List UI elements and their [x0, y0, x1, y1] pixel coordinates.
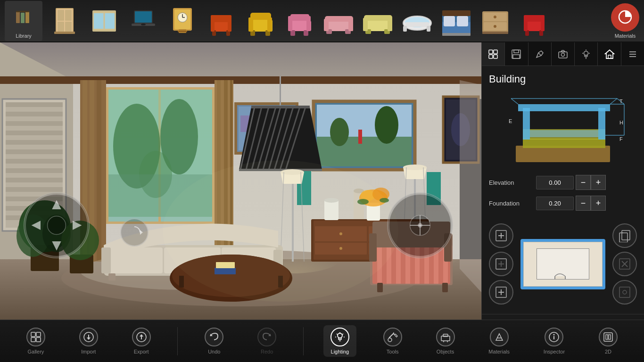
furniture-clock[interactable]: [165, 3, 200, 39]
export-button[interactable]: Export: [125, 325, 158, 357]
svg-rect-264: [530, 130, 598, 137]
tool-list[interactable]: [621, 42, 644, 66]
svg-rect-290: [622, 230, 630, 240]
svg-rect-37: [248, 17, 253, 32]
export-label: Export: [134, 349, 149, 354]
undo-icon: [205, 328, 223, 346]
svg-rect-241: [514, 50, 519, 53]
svg-line-266: [610, 99, 617, 104]
move-btn[interactable]: [489, 252, 513, 276]
svg-rect-291: [619, 233, 627, 242]
svg-rect-258: [516, 146, 610, 162]
svg-marker-253: [605, 50, 614, 58]
svg-point-19: [141, 24, 146, 25]
lighting-button[interactable]: Lighting: [323, 325, 356, 357]
furniture-chair-pink[interactable]: [282, 3, 317, 39]
import-button[interactable]: Import: [72, 325, 105, 357]
lighting-label: Lighting: [331, 349, 349, 354]
add-room-btn[interactable]: [489, 223, 513, 248]
svg-rect-191: [108, 273, 116, 280]
furniture-window[interactable]: [86, 3, 122, 39]
svg-rect-242: [513, 55, 520, 58]
materials-button[interactable]: Materials: [611, 3, 639, 39]
divider-left: [177, 327, 178, 355]
svg-point-133: [375, 106, 398, 144]
furniture-bath[interactable]: [399, 3, 435, 39]
furniture-bed[interactable]: [438, 3, 474, 39]
materials-bottom-button[interactable]: Materials: [481, 325, 517, 357]
svg-line-243: [538, 53, 541, 56]
furniture-chair-orange[interactable]: [204, 3, 239, 39]
svg-rect-238: [489, 55, 493, 58]
right-panel-toolbar: [482, 42, 644, 66]
foundation-label: Foundation: [489, 200, 536, 207]
svg-point-72: [494, 25, 496, 28]
svg-rect-9: [65, 22, 72, 32]
svg-rect-111: [106, 87, 108, 224]
gallery-icon: [26, 328, 45, 346]
pan-control[interactable]: [24, 192, 90, 258]
inspector-button[interactable]: Inspector: [537, 325, 572, 357]
tool-light[interactable]: [575, 42, 598, 66]
tool-objects[interactable]: [482, 42, 505, 66]
furniture-scroll: [47, 3, 602, 39]
objects-button[interactable]: Objects: [429, 325, 462, 357]
svg-rect-239: [494, 55, 497, 58]
redo-button[interactable]: Redo: [250, 325, 283, 357]
svg-rect-236: [489, 50, 493, 54]
foundation-increase[interactable]: +: [591, 196, 606, 211]
redo-icon: [257, 328, 276, 346]
furniture-laptop[interactable]: [125, 3, 161, 39]
tool-paint[interactable]: [528, 42, 552, 66]
svg-rect-299: [36, 332, 41, 337]
rotate-control[interactable]: [120, 218, 149, 247]
elevation-input[interactable]: [536, 176, 574, 189]
delete-btn[interactable]: [612, 252, 637, 276]
undo-button[interactable]: Undo: [198, 325, 231, 357]
furniture-door[interactable]: [47, 3, 83, 39]
elevation-increase[interactable]: +: [591, 175, 606, 190]
action-buttons-row: [482, 223, 644, 312]
furniture-sofa-yellow[interactable]: [360, 3, 396, 39]
2d-button[interactable]: 2D: [592, 325, 625, 357]
furniture-armchair-yellow[interactable]: [243, 3, 278, 39]
main-viewport[interactable]: [0, 42, 481, 320]
foundation-input[interactable]: [536, 197, 574, 210]
orbit-control[interactable]: [387, 192, 453, 258]
svg-rect-78: [524, 15, 528, 31]
elevation-decrease[interactable]: −: [576, 175, 591, 190]
bottom-toolbar: Gallery Import Export Undo Redo Light: [0, 320, 644, 362]
furniture-dresser[interactable]: [478, 3, 513, 39]
svg-rect-79: [541, 15, 545, 31]
svg-rect-131: [358, 130, 362, 144]
svg-line-319: [389, 333, 394, 338]
svg-rect-49: [324, 19, 329, 31]
tool-home[interactable]: [598, 42, 621, 66]
svg-marker-246: [561, 50, 565, 52]
tools-icon: [383, 328, 402, 346]
svg-point-225: [48, 216, 66, 235]
furniture-chair-red[interactable]: [517, 3, 552, 39]
svg-rect-329: [604, 333, 612, 341]
svg-rect-91: [6, 102, 63, 107]
copy-btn[interactable]: [612, 223, 637, 248]
svg-rect-130: [317, 137, 412, 166]
tool-save[interactable]: [505, 42, 528, 66]
objects-icon: [436, 328, 455, 346]
add-floor-btn[interactable]: [489, 280, 513, 304]
svg-text:T: T: [619, 99, 623, 104]
settings-btn[interactable]: [612, 280, 637, 304]
svg-rect-287: [555, 276, 565, 279]
furniture-sofa-pink[interactable]: [321, 3, 356, 39]
floor-preview[interactable]: [520, 239, 605, 289]
svg-point-245: [561, 53, 564, 56]
foundation-decrease[interactable]: −: [576, 196, 591, 211]
tool-camera[interactable]: [552, 42, 575, 66]
svg-rect-50: [348, 19, 353, 31]
materials-bottom-label: Materials: [488, 349, 510, 354]
building-diagram: T H E F: [489, 92, 637, 168]
svg-rect-17: [135, 11, 152, 23]
tools-button[interactable]: Tools: [376, 325, 409, 357]
library-button[interactable]: Library: [5, 1, 42, 41]
gallery-button[interactable]: Gallery: [19, 325, 52, 357]
